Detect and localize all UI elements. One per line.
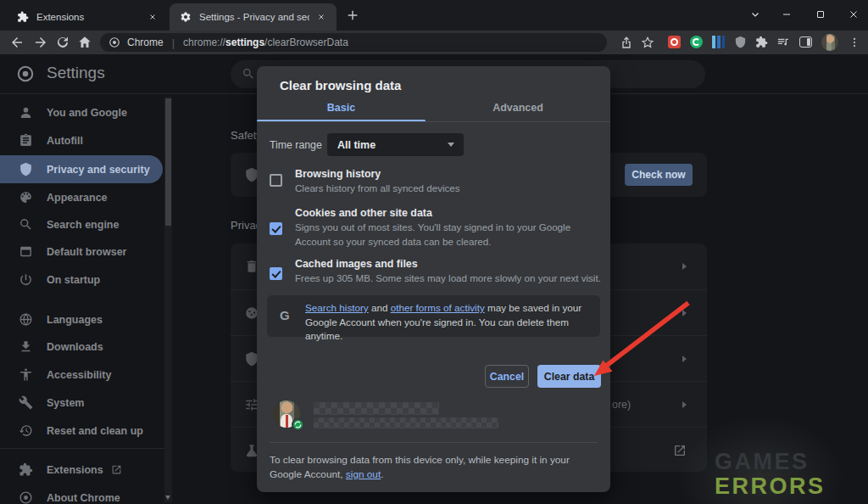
- sidebar-divider: [0, 448, 165, 449]
- restore-clock-icon: [19, 423, 33, 438]
- page-title: Settings: [47, 64, 105, 82]
- sidebar-item-downloads[interactable]: Downloads: [0, 333, 163, 361]
- blurred-account-name: [314, 402, 439, 415]
- window-minimize-button[interactable]: [776, 5, 798, 24]
- extension-grammarly-icon[interactable]: [690, 36, 703, 48]
- chevron-right-icon: [682, 356, 687, 362]
- sidebar-scrollbar[interactable]: [164, 97, 172, 502]
- minimize-icon: [782, 9, 792, 20]
- search-icon: [242, 67, 255, 81]
- url-path: /clearBrowserData: [264, 36, 348, 48]
- sign-out-link[interactable]: sign out: [346, 468, 381, 480]
- sidebar-item-privacy-and-security[interactable]: Privacy and security: [0, 155, 163, 183]
- sidebar-item-extensions[interactable]: Extensions: [0, 456, 163, 484]
- maximize-icon: [815, 9, 826, 20]
- chrome-settings-logo-icon: [16, 64, 35, 83]
- forward-button[interactable]: [33, 35, 48, 50]
- address-bar[interactable]: Chrome | chrome://settings/clearBrowserD…: [100, 33, 607, 52]
- sidebar-item-search-engine[interactable]: Search engine: [0, 210, 163, 238]
- gear-icon: [180, 11, 192, 23]
- extensions-menu-icon[interactable]: [755, 36, 768, 48]
- tab-advanced[interactable]: Advanced: [426, 102, 610, 120]
- sidebar-item-appearance[interactable]: Appearance: [0, 183, 163, 211]
- puzzle-icon: [19, 462, 33, 477]
- watermark-line2: ERRORS: [715, 474, 826, 499]
- checkbox-1[interactable]: [270, 222, 282, 235]
- sidebar-item-default-browser[interactable]: Default browser: [0, 238, 163, 266]
- tab-label: Extensions: [36, 12, 141, 22]
- scrollbar-thumb[interactable]: [165, 98, 171, 226]
- dialog-footer-text: To clear browsing data from this device …: [270, 453, 602, 482]
- checkbox-2[interactable]: [270, 267, 282, 280]
- check-now-button[interactable]: Check now: [625, 164, 693, 186]
- person-icon: [19, 105, 33, 120]
- sidebar-item-about-chrome[interactable]: About Chrome: [0, 484, 163, 504]
- reload-button[interactable]: [55, 35, 70, 50]
- checkbox-desc: Clears history from all synced devices: [295, 182, 604, 196]
- chevron-right-icon: [682, 263, 687, 270]
- time-range-label: Time range: [270, 139, 322, 151]
- scrollbar-down-arrow-icon[interactable]: [165, 496, 170, 500]
- extension-blue-bars-icon[interactable]: [712, 36, 725, 48]
- google-g-icon: G: [280, 308, 290, 322]
- chevron-right-icon: [682, 310, 687, 316]
- tab-search-button[interactable]: [744, 5, 766, 24]
- media-list-icon[interactable]: [776, 36, 789, 48]
- puzzle-icon: [17, 11, 29, 23]
- globe-icon: [19, 312, 33, 327]
- dialog-footer-divider: [270, 442, 598, 443]
- external-link-icon: [111, 464, 122, 475]
- download-icon: [19, 339, 33, 354]
- games-errors-watermark: GAMES ERRORS: [715, 450, 826, 499]
- url-host: settings: [225, 36, 264, 48]
- close-tab-icon[interactable]: [146, 10, 159, 24]
- sidebar-item-on-startup[interactable]: On startup: [0, 266, 163, 294]
- cancel-button[interactable]: Cancel: [485, 365, 529, 388]
- wrench-icon: [19, 395, 33, 410]
- back-button[interactable]: [9, 35, 25, 50]
- checkbox-title: Cached images and files: [295, 258, 418, 270]
- watermark-line1: GAMES: [715, 450, 826, 474]
- bookmark-star-icon[interactable]: [641, 36, 654, 49]
- sidebar-item-you-and-google[interactable]: You and Google: [0, 98, 163, 126]
- address-bar-separator: |: [172, 36, 175, 49]
- sync-badge-icon: [292, 418, 304, 431]
- menu-dots-icon[interactable]: [849, 35, 860, 50]
- sidebar-item-accessibility[interactable]: Accessibility: [0, 361, 163, 389]
- sidebar-item-system[interactable]: System: [0, 389, 163, 417]
- close-icon: [849, 9, 859, 20]
- clear-data-button[interactable]: Clear data: [537, 365, 601, 388]
- new-tab-button[interactable]: [346, 8, 359, 22]
- blurred-account-email: [314, 417, 498, 428]
- close-tab-icon[interactable]: [314, 10, 328, 24]
- other-activity-link[interactable]: other forms of activity: [391, 302, 485, 313]
- checkbox-0[interactable]: [270, 174, 282, 187]
- url-scheme: chrome://: [183, 36, 225, 48]
- clipboard-icon: [19, 133, 33, 148]
- clear-browsing-data-dialog: Clear browsing data Basic Advanced Time …: [257, 66, 610, 492]
- side-panel-icon[interactable]: [799, 36, 812, 48]
- share-icon[interactable]: [620, 36, 633, 49]
- tab-extensions[interactable]: Extensions: [7, 3, 168, 31]
- window-maximize-button[interactable]: [810, 5, 832, 24]
- palette-icon: [19, 190, 33, 204]
- tab-basic[interactable]: Basic: [257, 102, 426, 120]
- tab-label: Settings - Privacy and security: [199, 12, 309, 22]
- checkbox-desc: Frees up 305 MB. Some sites may load mor…: [295, 272, 604, 286]
- profile-avatar[interactable]: [821, 34, 838, 51]
- time-range-dropdown[interactable]: All time: [327, 133, 464, 156]
- accessibility-icon: [19, 367, 33, 382]
- tab-settings[interactable]: Settings - Privacy and security: [170, 3, 337, 31]
- search-history-link[interactable]: Search history: [305, 302, 369, 313]
- sidebar-item-autofill[interactable]: Autofill: [0, 126, 163, 154]
- browser-window-icon: [19, 244, 33, 259]
- extension-shield-icon[interactable]: [734, 36, 747, 48]
- home-button[interactable]: [77, 35, 92, 50]
- address-bar-brand: Chrome: [127, 36, 164, 48]
- checkbox-desc: Signs you out of most sites. You'll stay…: [295, 221, 604, 249]
- checkbox-title: Browsing history: [295, 168, 381, 180]
- extension-red-icon[interactable]: [668, 36, 681, 48]
- sidebar-item-reset-and-clean-up[interactable]: Reset and clean up: [0, 417, 163, 445]
- window-close-button[interactable]: [843, 5, 865, 24]
- sidebar-item-languages[interactable]: Languages: [0, 305, 163, 333]
